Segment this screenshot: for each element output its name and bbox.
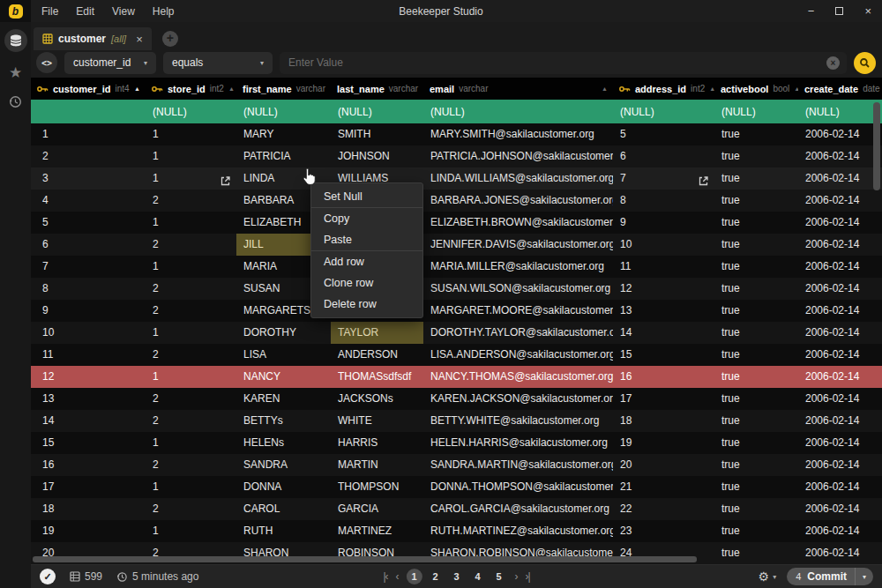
cell-email[interactable]: LINDA.WILLIAMS@sakilacustomer.org <box>423 167 613 190</box>
cell-address_id[interactable]: 16 <box>613 366 714 388</box>
cell-activebool[interactable]: true <box>714 123 798 145</box>
cell-email[interactable]: DOROTHY.TAYLOR@sakilacustomer.org <box>423 322 613 344</box>
cell-address_id[interactable]: 8 <box>613 190 714 212</box>
cell-store_id[interactable]: 1 <box>146 256 236 278</box>
cell-activebool[interactable]: true <box>714 542 798 564</box>
filter-field-dropdown[interactable]: customer_id ▾ <box>64 52 156 74</box>
cell-first_name[interactable]: BETTYs <box>236 410 331 432</box>
table-row[interactable]: 82SUSANWILSONSUSAN.WILSON@sakilacustomer… <box>31 278 882 300</box>
cell-activebool[interactable]: true <box>714 388 798 410</box>
cell-customer_id[interactable]: 11 <box>31 344 146 366</box>
table-row[interactable]: 21PATRICIAJOHNSONPATRICIA.JOHNSON@sakila… <box>31 145 882 167</box>
table-row[interactable]: 112LISAANDERSONLISA.ANDERSON@sakilacusto… <box>31 344 882 366</box>
cell-customer_id[interactable]: 15 <box>31 432 146 454</box>
cell-store_id[interactable]: 1 <box>146 322 236 344</box>
cell-store_id[interactable]: 2 <box>146 300 236 322</box>
cell-email[interactable]: HELEN.HARRIS@sakilacustomer.org <box>423 432 613 454</box>
filter-operator-dropdown[interactable]: equals ▾ <box>163 52 273 74</box>
page-number-button[interactable]: 3 <box>449 569 465 584</box>
cell-first_name[interactable]: CAROL <box>236 498 331 520</box>
context-menu-item-clone-row[interactable]: Clone row <box>311 272 422 294</box>
cell-address_id[interactable]: 11 <box>613 256 714 278</box>
open-foreign-key-icon[interactable] <box>220 173 231 190</box>
cell-email[interactable]: PATRICIA.JOHNSON@sakilacustomer.org <box>423 145 613 167</box>
context-menu-item-delete-row[interactable]: Delete row <box>311 294 422 315</box>
next-page-button[interactable]: › <box>515 570 518 583</box>
cell-address_id[interactable]: 9 <box>613 212 714 234</box>
cell-activebool[interactable]: true <box>714 344 798 366</box>
cell-last_name[interactable]: THOMASsdfsdf <box>331 366 423 388</box>
cell-activebool[interactable]: true <box>714 432 798 454</box>
cell-customer_id[interactable]: 14 <box>31 410 146 432</box>
cell-first_name[interactable]: LISA <box>236 344 331 366</box>
cell-activebool[interactable]: true <box>714 300 798 322</box>
cell-address_id[interactable]: 20 <box>613 454 714 476</box>
cell-create_date[interactable]: 2006-02-14 <box>798 212 882 234</box>
cell-customer_id[interactable]: 1 <box>31 123 146 145</box>
cell-last_name[interactable]: WHITE <box>331 410 423 432</box>
menu-item-view[interactable]: View <box>103 5 144 18</box>
cell-email[interactable]: MARIA.MILLER@sakilacustomer.org <box>423 256 613 278</box>
cell-customer_id[interactable]: 16 <box>31 454 146 476</box>
cell-create_date[interactable]: 2006-02-14 <box>798 498 882 520</box>
column-header-store_id[interactable]: store_id int2 ▲ <box>146 78 236 100</box>
column-header-last_name[interactable]: last_name varchar ▲ <box>331 78 423 100</box>
cell-last_name[interactable]: ANDERSON <box>331 344 423 366</box>
cell-store_id[interactable]: 2 <box>146 234 236 256</box>
cell-address_id[interactable]: 17 <box>613 388 714 410</box>
cell-address_id[interactable]: 14 <box>613 322 714 344</box>
cell-first_name[interactable]: PATRICIA <box>236 145 331 167</box>
cell-first_name[interactable]: DONNA <box>236 476 331 498</box>
cell-email[interactable]: JENNIFER.DAVIS@sakilacustomer.org <box>423 234 613 256</box>
table-row[interactable]: 121NANCYTHOMASsdfsdfNANCY.THOMAS@sakilac… <box>31 366 882 388</box>
table-row[interactable]: 11MARYSMITHMARY.SMITH@sakilacustomer.org… <box>31 123 882 145</box>
sidebar-item-tables[interactable] <box>4 29 27 52</box>
table-row[interactable]: 101DOROTHYTAYLORDOROTHY.TAYLOR@sakilacus… <box>31 322 882 344</box>
cell-store_id[interactable]: 2 <box>146 498 236 520</box>
null-cell[interactable]: (NULL) <box>236 106 331 118</box>
cell-email[interactable]: CAROL.GARCIA@sakilacustomer.org <box>423 498 613 520</box>
cell-create_date[interactable]: 2006-02-14 <box>798 520 882 542</box>
cell-address_id[interactable]: 13 <box>613 300 714 322</box>
cell-create_date[interactable]: 2006-02-14 <box>798 542 882 564</box>
cell-create_date[interactable]: 2006-02-14 <box>798 123 882 145</box>
null-cell[interactable]: (NULL) <box>146 106 236 118</box>
cell-email[interactable]: BARBARA.JONES@sakilacustomer.org <box>423 190 613 212</box>
cell-last_name[interactable]: TAYLOR <box>331 322 423 344</box>
cell-activebool[interactable]: true <box>714 498 798 520</box>
cell-address_id[interactable]: 21 <box>613 476 714 498</box>
cell-create_date[interactable]: 2006-02-14 <box>798 256 882 278</box>
cell-address_id[interactable]: 12 <box>613 278 714 300</box>
column-header-create_date[interactable]: create_date date ▲ <box>798 78 882 100</box>
tab-customer[interactable]: customer [all] × <box>34 27 152 50</box>
cell-create_date[interactable]: 2006-02-14 <box>798 278 882 300</box>
cell-address_id[interactable]: 22 <box>613 498 714 520</box>
cell-email[interactable]: SUSAN.WILSON@sakilacustomer.org <box>423 278 613 300</box>
tab-close-icon[interactable]: × <box>136 33 143 46</box>
clear-filter-icon[interactable]: × <box>826 56 840 70</box>
cell-store_id[interactable]: 1 <box>146 432 236 454</box>
cell-customer_id[interactable]: 7 <box>31 256 146 278</box>
cell-store_id[interactable]: 1 <box>146 167 236 190</box>
cell-customer_id[interactable]: 17 <box>31 476 146 498</box>
cell-create_date[interactable]: 2006-02-14 <box>798 322 882 344</box>
cell-create_date[interactable]: 2006-02-14 <box>798 410 882 432</box>
close-button[interactable]: × <box>864 5 871 17</box>
cell-create_date[interactable]: 2006-02-14 <box>798 366 882 388</box>
cell-email[interactable]: DONNA.THOMPSON@sakilacustomer.org <box>423 476 613 498</box>
cell-activebool[interactable]: true <box>714 145 798 167</box>
search-button[interactable] <box>854 52 876 74</box>
cell-email[interactable]: NANCY.THOMAS@sakilacustomer.org <box>423 366 613 388</box>
prev-page-button[interactable]: ‹ <box>396 570 399 583</box>
chevron-down-icon[interactable]: ▾ <box>773 573 776 581</box>
cell-address_id[interactable]: 15 <box>613 344 714 366</box>
open-foreign-key-icon[interactable] <box>698 173 709 190</box>
table-row[interactable]: 151HELENsHARRISHELEN.HARRIS@sakilacustom… <box>31 432 882 454</box>
table-row[interactable]: 142BETTYsWHITEBETTY.WHITE@sakilacustomer… <box>31 410 882 432</box>
cell-email[interactable]: KAREN.JACKSON@sakilacustomer.org <box>423 388 613 410</box>
cell-create_date[interactable]: 2006-02-14 <box>798 190 882 212</box>
table-row[interactable]: 182CAROLGARCIACAROL.GARCIA@sakilacustome… <box>31 498 882 520</box>
cell-activebool[interactable]: true <box>714 256 798 278</box>
table-row[interactable]: 171DONNATHOMPSONDONNA.THOMPSON@sakilacus… <box>31 476 882 498</box>
cell-create_date[interactable]: 2006-02-14 <box>798 145 882 167</box>
